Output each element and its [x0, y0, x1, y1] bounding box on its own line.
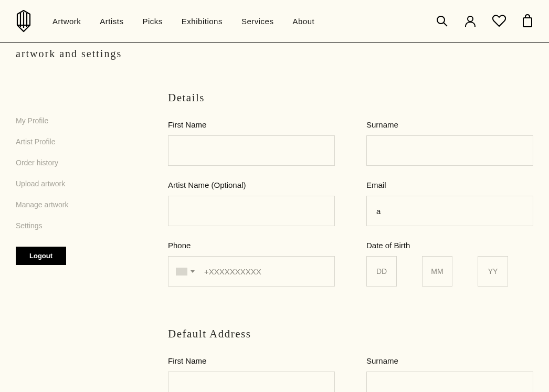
heart-icon [492, 15, 506, 27]
addr-first-name-label: First Name [168, 356, 335, 365]
address-grid: First Name Surname [168, 356, 533, 392]
logo[interactable] [16, 9, 31, 33]
search-icon [436, 15, 448, 27]
logout-button[interactable]: Logout [16, 247, 66, 265]
main: Details First Name Artist Name (Optional… [168, 91, 533, 392]
nav-artists[interactable]: Artists [100, 17, 123, 26]
email-label: Email [366, 181, 533, 189]
header-right [436, 14, 533, 28]
first-name-label: First Name [168, 120, 335, 129]
sidebar-item-my-profile[interactable]: My Profile [16, 116, 94, 125]
svg-point-6 [468, 16, 473, 22]
phone-input[interactable] [200, 257, 334, 286]
chevron-down-icon [191, 270, 195, 273]
sidebar: My Profile Artist Profile Order history … [16, 91, 94, 392]
flag-icon [176, 268, 187, 276]
cart-button[interactable] [522, 14, 533, 28]
user-icon [464, 15, 477, 27]
sidebar-item-manage-artwork[interactable]: Manage artwork [16, 200, 94, 209]
dob-row [366, 256, 533, 287]
svg-rect-7 [523, 18, 532, 27]
surname-input[interactable] [366, 135, 533, 166]
addr-first-name-input[interactable] [168, 372, 335, 392]
details-grid: First Name Artist Name (Optional) Phone [168, 120, 533, 301]
sidebar-item-artist-profile[interactable]: Artist Profile [16, 137, 94, 146]
nav-picks[interactable]: Picks [143, 17, 163, 26]
nav-services[interactable]: Services [241, 17, 274, 26]
sidebar-item-order-history[interactable]: Order history [16, 158, 94, 167]
phone-label: Phone [168, 241, 335, 250]
main-nav: Artwork Artists Picks Exhibitions Servic… [52, 17, 314, 26]
artist-name-input[interactable] [168, 196, 335, 226]
svg-line-5 [444, 23, 448, 27]
header-left: Artwork Artists Picks Exhibitions Servic… [16, 9, 314, 33]
bag-icon [522, 14, 533, 28]
nav-artwork[interactable]: Artwork [52, 17, 81, 26]
breadcrumb: artwork and settings [0, 43, 549, 60]
country-code-select[interactable] [168, 268, 200, 276]
email-input[interactable] [366, 196, 533, 226]
details-title: Details [168, 91, 533, 104]
search-button[interactable] [436, 15, 448, 27]
header: Artwork Artists Picks Exhibitions Servic… [0, 0, 549, 43]
svg-point-4 [437, 16, 445, 24]
artist-name-label: Artist Name (Optional) [168, 181, 335, 189]
phone-input-wrap [168, 256, 335, 287]
address-title: Default Address [168, 327, 533, 341]
content: My Profile Artist Profile Order history … [0, 60, 549, 392]
dob-month-input[interactable] [422, 256, 452, 287]
addr-surname-input[interactable] [366, 372, 533, 392]
wishlist-button[interactable] [492, 15, 506, 27]
sidebar-item-settings[interactable]: Settings [16, 221, 94, 230]
pencil-icon [16, 9, 31, 33]
nav-about[interactable]: About [292, 17, 314, 26]
dob-year-input[interactable] [478, 256, 508, 287]
surname-label: Surname [366, 120, 533, 129]
first-name-input[interactable] [168, 135, 335, 166]
dob-label: Date of Birth [366, 241, 533, 250]
sidebar-item-upload-artwork[interactable]: Upload artwork [16, 179, 94, 188]
addr-surname-label: Surname [366, 356, 533, 365]
account-button[interactable] [464, 15, 477, 27]
nav-exhibitions[interactable]: Exhibitions [182, 17, 223, 26]
dob-day-input[interactable] [366, 256, 397, 287]
